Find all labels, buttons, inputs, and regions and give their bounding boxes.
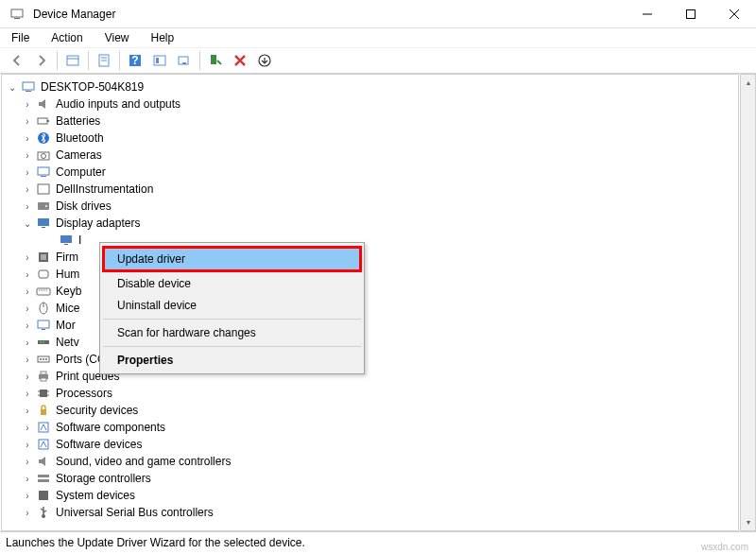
tree-node[interactable]: › System devices [2, 487, 738, 504]
expander-icon[interactable]: › [21, 387, 34, 400]
properties-button[interactable] [93, 49, 115, 72]
expander-icon[interactable]: › [21, 251, 34, 264]
expander-icon[interactable]: › [21, 319, 34, 332]
context-item-properties[interactable]: Properties [102, 350, 362, 371]
firmware-icon [36, 250, 51, 265]
security-icon [36, 403, 51, 418]
tree-label: Software devices [54, 438, 142, 451]
help-button[interactable]: ? [124, 49, 146, 72]
tree-node[interactable]: › Audio inputs and outputs [2, 95, 738, 113]
expander-icon[interactable]: › [21, 370, 34, 383]
scroll-down-button[interactable]: ▾ [741, 514, 755, 530]
tree-node[interactable]: › DellInstrumentation [2, 181, 738, 198]
menubar: File Action View Help [0, 28, 756, 47]
svg-rect-34 [64, 244, 68, 245]
svg-rect-1 [14, 18, 20, 19]
svg-rect-14 [156, 58, 159, 63]
menu-file[interactable]: File [8, 29, 33, 46]
expander-icon[interactable]: › [21, 114, 34, 128]
svg-rect-62 [38, 475, 49, 477]
expander-icon[interactable]: › [21, 199, 34, 213]
svg-point-48 [40, 358, 42, 360]
titlebar-left: Device Manager [8, 7, 115, 22]
tree-node[interactable]: ⌄ Display adapters [2, 215, 738, 232]
tree-node[interactable]: › Software devices [2, 436, 738, 453]
expander-icon[interactable]: › [21, 268, 34, 281]
tree-label: Keyb [54, 285, 81, 298]
svg-rect-59 [41, 409, 46, 415]
expander-icon[interactable]: › [21, 472, 34, 485]
forward-button[interactable] [30, 49, 53, 72]
update-button[interactable] [253, 49, 276, 72]
tree-label: DESKTOP-504K819 [39, 80, 144, 94]
expander-icon[interactable]: › [21, 506, 34, 519]
enable-button[interactable] [204, 49, 227, 72]
expander-icon[interactable]: › [21, 404, 34, 417]
expander-icon[interactable]: › [21, 165, 34, 179]
expander-icon[interactable]: › [21, 455, 34, 468]
svg-rect-21 [38, 118, 47, 124]
tree-node[interactable]: › Disk drives [2, 198, 738, 215]
usb-icon [36, 505, 51, 520]
processor-icon [36, 386, 51, 401]
tree-label: Batteries [54, 114, 100, 128]
menu-help[interactable]: Help [147, 29, 179, 46]
expander-icon[interactable]: › [21, 148, 34, 162]
expander-icon[interactable]: › [21, 302, 34, 315]
tree-node[interactable]: › Storage controllers [2, 470, 738, 487]
tree-node[interactable]: › Cameras [2, 147, 738, 164]
tree-node[interactable]: › Processors [2, 385, 738, 402]
close-button[interactable] [713, 0, 756, 28]
svg-rect-22 [47, 120, 49, 122]
tree-root[interactable]: ⌄ DESKTOP-504K819 [2, 78, 738, 95]
display-icon [36, 216, 51, 231]
audio-icon [36, 454, 51, 469]
window-controls [626, 0, 756, 28]
expander-icon[interactable]: › [21, 97, 34, 111]
tree-label: Storage controllers [54, 472, 151, 485]
storage-icon [36, 471, 51, 486]
context-item-scan-for-hardware-changes[interactable]: Scan for hardware changes [102, 322, 362, 343]
tree-label: Audio inputs and outputs [54, 97, 180, 111]
tree-node[interactable]: › Software components [2, 419, 738, 436]
context-item-disable-device[interactable]: Disable device [102, 273, 362, 294]
expander-icon[interactable]: ⌄ [6, 80, 19, 94]
tree-label: Computer [54, 165, 106, 179]
svg-rect-37 [39, 270, 48, 278]
tree-node[interactable]: › Security devices [2, 402, 738, 419]
disk-icon [36, 199, 51, 214]
scan-button[interactable] [173, 49, 196, 72]
show-hidden-button[interactable] [61, 49, 84, 72]
tree-node[interactable]: › Batteries [2, 113, 738, 130]
expander-icon[interactable]: › [21, 421, 34, 434]
tree-label: Firm [54, 251, 78, 264]
context-item-uninstall-device[interactable]: Uninstall device [102, 295, 362, 316]
svg-rect-26 [38, 167, 49, 175]
uninstall-button[interactable] [229, 49, 251, 72]
expander-icon[interactable]: › [21, 336, 34, 349]
menu-view[interactable]: View [101, 29, 133, 46]
tree-node[interactable]: › Sound, video and game controllers [2, 453, 738, 470]
back-button[interactable] [6, 49, 28, 72]
context-separator [103, 346, 361, 347]
expander-icon[interactable]: › [21, 438, 34, 451]
expander-icon[interactable]: › [21, 182, 34, 196]
expander-icon[interactable]: › [21, 285, 34, 298]
minimize-button[interactable] [626, 0, 669, 28]
titlebar: Device Manager [0, 0, 756, 28]
scroll-up-button[interactable]: ▴ [741, 75, 755, 91]
expander-icon[interactable]: › [21, 131, 34, 145]
tree-node[interactable]: › Bluetooth [2, 130, 738, 147]
menu-action[interactable]: Action [47, 29, 86, 46]
software-icon [36, 437, 51, 452]
tree-node[interactable]: › Universal Serial Bus controllers [2, 504, 738, 521]
expander-icon[interactable]: › [21, 489, 34, 502]
svg-rect-16 [182, 62, 186, 64]
context-item-update-driver[interactable]: Update driver [102, 246, 362, 272]
tree-node[interactable]: › Computer [2, 164, 738, 181]
vertical-scrollbar[interactable]: ▴ ▾ [740, 74, 756, 531]
maximize-button[interactable] [669, 0, 713, 28]
expander-icon[interactable]: ⌄ [21, 216, 34, 230]
expander-icon[interactable]: › [21, 353, 34, 366]
action-button[interactable] [148, 49, 171, 72]
